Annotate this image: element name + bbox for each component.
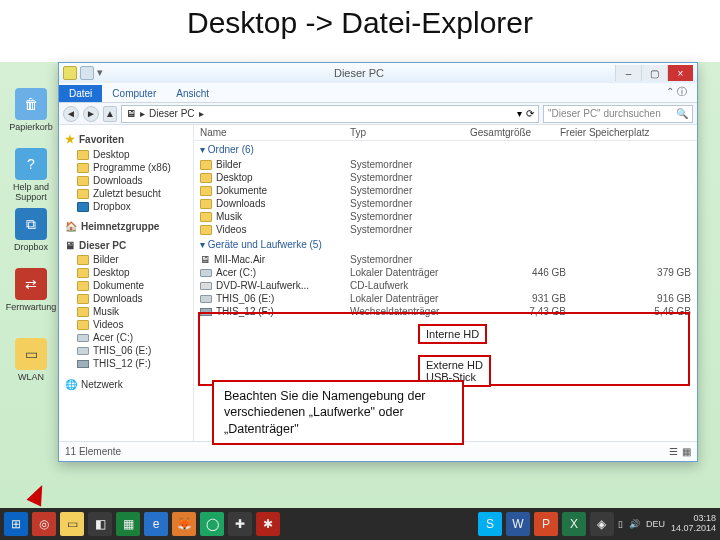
list-item[interactable]: DownloadsSystemordner	[194, 197, 697, 210]
list-item[interactable]: DesktopSystemordner	[194, 171, 697, 184]
desktop-icon[interactable]: ?Help and Support	[0, 148, 62, 202]
dropdown-icon[interactable]: ▾	[517, 108, 522, 119]
taskbar-explorer[interactable]: ▭	[60, 512, 84, 536]
desktop-icon-label: Fernwartung	[6, 302, 57, 312]
nav-item[interactable]: Dokumente	[59, 279, 193, 292]
list-item[interactable]: BilderSystemordner	[194, 158, 697, 171]
nav-item[interactable]: Musik	[59, 305, 193, 318]
nav-forward-button[interactable]: ►	[83, 106, 99, 122]
taskbar-word[interactable]: W	[506, 512, 530, 536]
nav-item[interactable]: Dropbox	[59, 200, 193, 213]
list-item[interactable]: MusikSystemordner	[194, 210, 697, 223]
view-tiles-icon[interactable]: ▦	[682, 446, 691, 457]
taskbar-app[interactable]: ◎	[32, 512, 56, 536]
nav-item[interactable]: Desktop	[59, 266, 193, 279]
ribbon-tabs: Datei Computer Ansicht ⌃ ⓘ	[59, 83, 697, 103]
taskbar-app[interactable]: ◧	[88, 512, 112, 536]
breadcrumb[interactable]: Dieser PC	[149, 108, 195, 119]
slide-title: Desktop -> Datei-Explorer	[0, 0, 720, 44]
drive-icon	[200, 295, 212, 303]
nav-item[interactable]: Zuletzt besucht	[59, 187, 193, 200]
col-type[interactable]: Typ	[350, 127, 470, 138]
search-input[interactable]: "Dieser PC" durchsuchen 🔍	[543, 105, 693, 123]
pc-icon: 🖥	[65, 240, 75, 251]
tab-file[interactable]: Datei	[59, 85, 102, 102]
col-name[interactable]: Name	[200, 127, 350, 138]
nav-item[interactable]: Videos	[59, 318, 193, 331]
col-free[interactable]: Freier Speicherplatz	[560, 127, 691, 138]
thispc-header[interactable]: 🖥Dieser PC	[65, 240, 193, 251]
tray-clock[interactable]: 03:18 14.07.2014	[671, 514, 716, 534]
taskbar-skype[interactable]: S	[478, 512, 502, 536]
nav-item[interactable]: Desktop	[59, 148, 193, 161]
desktop-icon[interactable]: ⇄Fernwartung	[0, 268, 62, 312]
nav-item[interactable]: Bilder	[59, 253, 193, 266]
nav-item[interactable]: Programme (x86)	[59, 161, 193, 174]
desktop-icon[interactable]: ▭WLAN	[0, 338, 62, 382]
list-item[interactable]: THIS_06 (E:)Lokaler Datenträger931 GB916…	[194, 292, 697, 305]
quick-access-toolbar[interactable]: ▾	[63, 66, 103, 80]
col-size[interactable]: Gesamtgröße	[470, 127, 560, 138]
folder-icon	[77, 307, 89, 317]
folder-icon	[77, 163, 89, 173]
desktop-icon-label: WLAN	[18, 372, 44, 382]
list-item[interactable]: DVD-RW-Laufwerk...CD-Laufwerk	[194, 279, 697, 292]
start-button[interactable]: ⊞	[4, 512, 28, 536]
address-field[interactable]: 🖥 ▸ Dieser PC ▸ ▾ ⟳	[121, 105, 539, 123]
nav-item[interactable]: THIS_12 (F:)	[59, 357, 193, 370]
annotation-arrow	[27, 482, 50, 507]
homegroup-icon: 🏠	[65, 221, 77, 232]
network-icon: 🌐	[65, 379, 77, 390]
drive-icon	[77, 347, 89, 355]
list-item[interactable]: Acer (C:)Lokaler Datenträger446 GB379 GB	[194, 266, 697, 279]
pc-icon: 🖥	[126, 108, 136, 119]
tray-lang[interactable]: DEU	[646, 519, 665, 529]
nav-up-button[interactable]: ▲	[103, 106, 117, 122]
dvd-icon	[200, 282, 212, 290]
list-item[interactable]: DokumenteSystemordner	[194, 184, 697, 197]
taskbar-app[interactable]: ◈	[590, 512, 614, 536]
folder-icon	[77, 294, 89, 304]
close-button[interactable]: ×	[667, 65, 693, 81]
taskbar-excel[interactable]: X	[562, 512, 586, 536]
drive-icon	[77, 334, 89, 342]
column-headers[interactable]: Name Typ Gesamtgröße Freier Speicherplat…	[194, 127, 697, 141]
desktop-icon[interactable]: ⧉Dropbox	[0, 208, 62, 252]
tray-volume-icon[interactable]: 🔊	[629, 519, 640, 529]
taskbar-app[interactable]: ▦	[116, 512, 140, 536]
tray-network-icon[interactable]: ▯	[618, 519, 623, 529]
section-drives[interactable]: ▾ Geräte und Laufwerke (5)	[194, 236, 697, 253]
homegroup-header[interactable]: 🏠Heimnetzgruppe	[65, 221, 193, 232]
nav-item[interactable]: Downloads	[59, 292, 193, 305]
view-details-icon[interactable]: ☰	[669, 446, 678, 457]
taskbar-firefox[interactable]: 🦊	[172, 512, 196, 536]
list-item[interactable]: VideosSystemordner	[194, 223, 697, 236]
folder-icon	[63, 66, 77, 80]
tab-computer[interactable]: Computer	[102, 85, 166, 102]
nav-back-button[interactable]: ◄	[63, 106, 79, 122]
maximize-button[interactable]: ▢	[641, 65, 667, 81]
titlebar[interactable]: ▾ Dieser PC – ▢ ×	[59, 63, 697, 83]
taskbar-app[interactable]: ◯	[200, 512, 224, 536]
folder-icon	[77, 176, 89, 186]
search-placeholder: "Dieser PC" durchsuchen	[548, 108, 661, 119]
desktop-icon-label: Dropbox	[14, 242, 48, 252]
section-folders[interactable]: ▾ Ordner (6)	[194, 141, 697, 158]
taskbar-app[interactable]: ✱	[256, 512, 280, 536]
minimize-button[interactable]: –	[615, 65, 641, 81]
folder-icon	[77, 281, 89, 291]
nav-item[interactable]: Downloads	[59, 174, 193, 187]
list-item[interactable]: 🖥MII-Mac.AirSystemordner	[194, 253, 697, 266]
network-header[interactable]: 🌐Netzwerk	[59, 378, 193, 391]
taskbar-app[interactable]: ✚	[228, 512, 252, 536]
nav-item[interactable]: Acer (C:)	[59, 331, 193, 344]
ribbon-toggle[interactable]: ⌃ ⓘ	[656, 82, 697, 102]
desktop-icon[interactable]: 🗑Papierkorb	[0, 88, 62, 132]
tab-view[interactable]: Ansicht	[166, 85, 219, 102]
favorites-header[interactable]: ★Favoriten	[65, 133, 193, 146]
refresh-icon[interactable]: ⟳	[526, 108, 534, 119]
pc-icon: 🖥	[200, 254, 210, 265]
nav-item[interactable]: THIS_06 (E:)	[59, 344, 193, 357]
taskbar-ie[interactable]: e	[144, 512, 168, 536]
taskbar-powerpoint[interactable]: P	[534, 512, 558, 536]
